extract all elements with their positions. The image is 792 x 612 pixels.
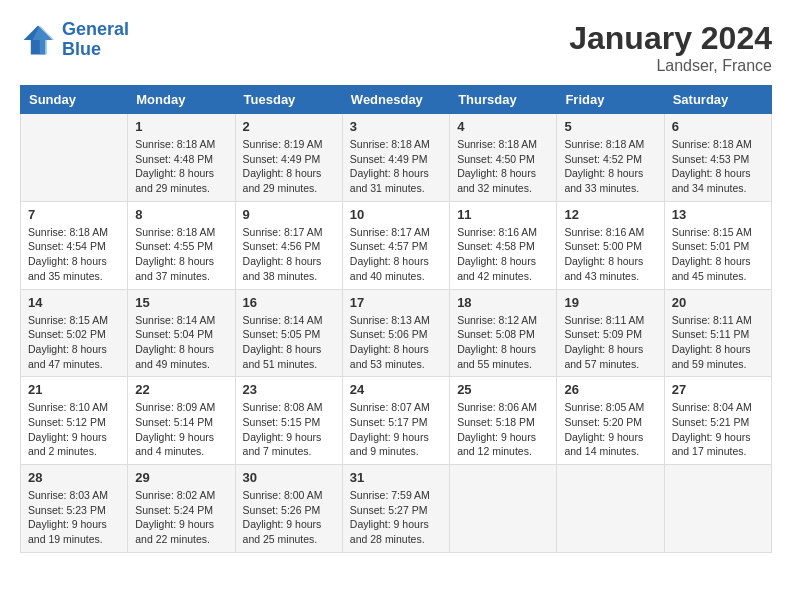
day-cell: 14Sunrise: 8:15 AM Sunset: 5:02 PM Dayli… — [21, 289, 128, 377]
day-number: 20 — [672, 295, 764, 310]
day-number: 13 — [672, 207, 764, 222]
day-info: Sunrise: 8:16 AM Sunset: 4:58 PM Dayligh… — [457, 225, 549, 284]
location-title: Landser, France — [569, 57, 772, 75]
day-number: 10 — [350, 207, 442, 222]
day-info: Sunrise: 8:09 AM Sunset: 5:14 PM Dayligh… — [135, 400, 227, 459]
day-info: Sunrise: 8:07 AM Sunset: 5:17 PM Dayligh… — [350, 400, 442, 459]
calendar-table: Sunday Monday Tuesday Wednesday Thursday… — [20, 85, 772, 553]
day-number: 11 — [457, 207, 549, 222]
logo-icon — [20, 22, 56, 58]
day-cell: 4Sunrise: 8:18 AM Sunset: 4:50 PM Daylig… — [450, 114, 557, 202]
day-cell: 30Sunrise: 8:00 AM Sunset: 5:26 PM Dayli… — [235, 465, 342, 553]
day-cell: 2Sunrise: 8:19 AM Sunset: 4:49 PM Daylig… — [235, 114, 342, 202]
day-info: Sunrise: 8:18 AM Sunset: 4:52 PM Dayligh… — [564, 137, 656, 196]
day-cell: 25Sunrise: 8:06 AM Sunset: 5:18 PM Dayli… — [450, 377, 557, 465]
col-monday: Monday — [128, 86, 235, 114]
day-info: Sunrise: 8:02 AM Sunset: 5:24 PM Dayligh… — [135, 488, 227, 547]
day-info: Sunrise: 8:12 AM Sunset: 5:08 PM Dayligh… — [457, 313, 549, 372]
col-friday: Friday — [557, 86, 664, 114]
day-info: Sunrise: 8:10 AM Sunset: 5:12 PM Dayligh… — [28, 400, 120, 459]
col-saturday: Saturday — [664, 86, 771, 114]
day-cell: 28Sunrise: 8:03 AM Sunset: 5:23 PM Dayli… — [21, 465, 128, 553]
day-info: Sunrise: 8:14 AM Sunset: 5:05 PM Dayligh… — [243, 313, 335, 372]
day-number: 12 — [564, 207, 656, 222]
page-header: General Blue January 2024 Landser, Franc… — [20, 20, 772, 75]
day-cell: 11Sunrise: 8:16 AM Sunset: 4:58 PM Dayli… — [450, 201, 557, 289]
day-cell: 16Sunrise: 8:14 AM Sunset: 5:05 PM Dayli… — [235, 289, 342, 377]
day-cell: 17Sunrise: 8:13 AM Sunset: 5:06 PM Dayli… — [342, 289, 449, 377]
week-row-3: 21Sunrise: 8:10 AM Sunset: 5:12 PM Dayli… — [21, 377, 772, 465]
col-thursday: Thursday — [450, 86, 557, 114]
day-info: Sunrise: 8:17 AM Sunset: 4:56 PM Dayligh… — [243, 225, 335, 284]
day-number: 24 — [350, 382, 442, 397]
day-info: Sunrise: 8:18 AM Sunset: 4:54 PM Dayligh… — [28, 225, 120, 284]
calendar-body: 1Sunrise: 8:18 AM Sunset: 4:48 PM Daylig… — [21, 114, 772, 553]
day-number: 2 — [243, 119, 335, 134]
day-info: Sunrise: 7:59 AM Sunset: 5:27 PM Dayligh… — [350, 488, 442, 547]
day-cell: 5Sunrise: 8:18 AM Sunset: 4:52 PM Daylig… — [557, 114, 664, 202]
day-info: Sunrise: 8:19 AM Sunset: 4:49 PM Dayligh… — [243, 137, 335, 196]
day-cell: 21Sunrise: 8:10 AM Sunset: 5:12 PM Dayli… — [21, 377, 128, 465]
logo: General Blue — [20, 20, 129, 60]
title-block: January 2024 Landser, France — [569, 20, 772, 75]
day-info: Sunrise: 8:06 AM Sunset: 5:18 PM Dayligh… — [457, 400, 549, 459]
day-number: 18 — [457, 295, 549, 310]
header-row: Sunday Monday Tuesday Wednesday Thursday… — [21, 86, 772, 114]
day-cell — [450, 465, 557, 553]
month-title: January 2024 — [569, 20, 772, 57]
day-info: Sunrise: 8:18 AM Sunset: 4:49 PM Dayligh… — [350, 137, 442, 196]
calendar-header: Sunday Monday Tuesday Wednesday Thursday… — [21, 86, 772, 114]
day-info: Sunrise: 8:08 AM Sunset: 5:15 PM Dayligh… — [243, 400, 335, 459]
day-info: Sunrise: 8:14 AM Sunset: 5:04 PM Dayligh… — [135, 313, 227, 372]
week-row-0: 1Sunrise: 8:18 AM Sunset: 4:48 PM Daylig… — [21, 114, 772, 202]
day-number: 27 — [672, 382, 764, 397]
day-info: Sunrise: 8:04 AM Sunset: 5:21 PM Dayligh… — [672, 400, 764, 459]
day-cell: 15Sunrise: 8:14 AM Sunset: 5:04 PM Dayli… — [128, 289, 235, 377]
day-cell: 26Sunrise: 8:05 AM Sunset: 5:20 PM Dayli… — [557, 377, 664, 465]
day-cell — [664, 465, 771, 553]
logo-text: General Blue — [62, 20, 129, 60]
logo-line1: General — [62, 19, 129, 39]
day-cell: 24Sunrise: 8:07 AM Sunset: 5:17 PM Dayli… — [342, 377, 449, 465]
col-tuesday: Tuesday — [235, 86, 342, 114]
day-cell: 9Sunrise: 8:17 AM Sunset: 4:56 PM Daylig… — [235, 201, 342, 289]
day-number: 21 — [28, 382, 120, 397]
day-info: Sunrise: 8:11 AM Sunset: 5:09 PM Dayligh… — [564, 313, 656, 372]
day-number: 29 — [135, 470, 227, 485]
day-info: Sunrise: 8:05 AM Sunset: 5:20 PM Dayligh… — [564, 400, 656, 459]
day-number: 5 — [564, 119, 656, 134]
week-row-1: 7Sunrise: 8:18 AM Sunset: 4:54 PM Daylig… — [21, 201, 772, 289]
day-number: 7 — [28, 207, 120, 222]
day-cell: 7Sunrise: 8:18 AM Sunset: 4:54 PM Daylig… — [21, 201, 128, 289]
logo-line2: Blue — [62, 39, 101, 59]
day-cell: 19Sunrise: 8:11 AM Sunset: 5:09 PM Dayli… — [557, 289, 664, 377]
day-cell: 10Sunrise: 8:17 AM Sunset: 4:57 PM Dayli… — [342, 201, 449, 289]
week-row-2: 14Sunrise: 8:15 AM Sunset: 5:02 PM Dayli… — [21, 289, 772, 377]
day-number: 19 — [564, 295, 656, 310]
day-info: Sunrise: 8:18 AM Sunset: 4:48 PM Dayligh… — [135, 137, 227, 196]
day-cell: 22Sunrise: 8:09 AM Sunset: 5:14 PM Dayli… — [128, 377, 235, 465]
day-cell: 1Sunrise: 8:18 AM Sunset: 4:48 PM Daylig… — [128, 114, 235, 202]
day-number: 26 — [564, 382, 656, 397]
day-info: Sunrise: 8:03 AM Sunset: 5:23 PM Dayligh… — [28, 488, 120, 547]
day-info: Sunrise: 8:17 AM Sunset: 4:57 PM Dayligh… — [350, 225, 442, 284]
day-number: 25 — [457, 382, 549, 397]
day-number: 22 — [135, 382, 227, 397]
day-cell: 6Sunrise: 8:18 AM Sunset: 4:53 PM Daylig… — [664, 114, 771, 202]
day-number: 30 — [243, 470, 335, 485]
day-number: 23 — [243, 382, 335, 397]
day-cell: 8Sunrise: 8:18 AM Sunset: 4:55 PM Daylig… — [128, 201, 235, 289]
day-number: 8 — [135, 207, 227, 222]
day-number: 17 — [350, 295, 442, 310]
day-info: Sunrise: 8:18 AM Sunset: 4:55 PM Dayligh… — [135, 225, 227, 284]
day-cell: 13Sunrise: 8:15 AM Sunset: 5:01 PM Dayli… — [664, 201, 771, 289]
day-cell: 23Sunrise: 8:08 AM Sunset: 5:15 PM Dayli… — [235, 377, 342, 465]
day-info: Sunrise: 8:13 AM Sunset: 5:06 PM Dayligh… — [350, 313, 442, 372]
day-cell: 3Sunrise: 8:18 AM Sunset: 4:49 PM Daylig… — [342, 114, 449, 202]
day-cell: 27Sunrise: 8:04 AM Sunset: 5:21 PM Dayli… — [664, 377, 771, 465]
day-number: 9 — [243, 207, 335, 222]
day-number: 28 — [28, 470, 120, 485]
day-number: 14 — [28, 295, 120, 310]
day-cell: 31Sunrise: 7:59 AM Sunset: 5:27 PM Dayli… — [342, 465, 449, 553]
day-info: Sunrise: 8:15 AM Sunset: 5:02 PM Dayligh… — [28, 313, 120, 372]
